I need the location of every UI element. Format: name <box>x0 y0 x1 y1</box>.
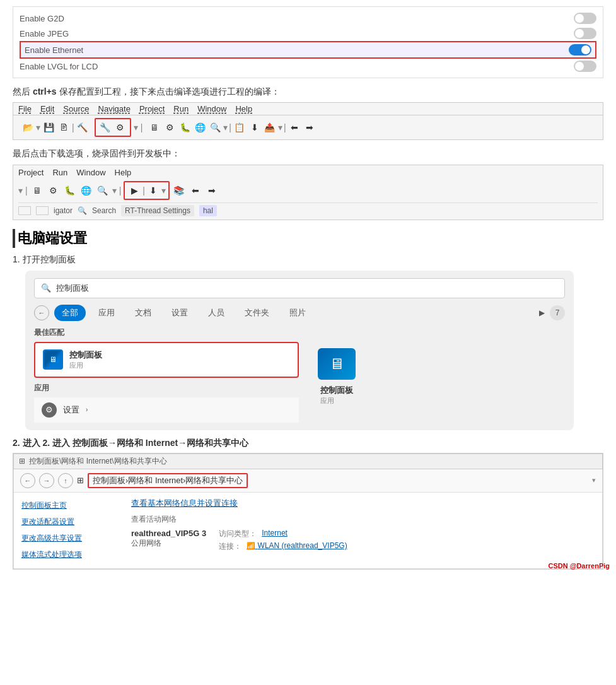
toolbar-icon-hammer[interactable]: 🔨 <box>76 120 90 134</box>
menu2-run[interactable]: Run <box>52 168 67 177</box>
tab-search[interactable]: Search <box>92 206 116 215</box>
toolbar-icon-upload[interactable]: 📤 <box>263 120 277 134</box>
toggle-row-jpeg: Enable JPEG <box>20 26 596 41</box>
menu-project[interactable]: Project <box>139 104 165 114</box>
menu-help[interactable]: Help <box>235 104 252 114</box>
bc-internet[interactable]: 网络和 Internet <box>128 475 183 486</box>
win-right-subtitle: 应用 <box>320 396 353 406</box>
step-2-text: 2. 进入 2. 进入 控制面板→网络和 Internet→网络和共享中心 <box>13 438 248 448</box>
t2-monitor[interactable]: 🖥 <box>30 184 44 197</box>
main-link-network-info[interactable]: 查看基本网络信息并设置连接 <box>131 498 238 508</box>
menu2-window[interactable]: Window <box>76 168 105 177</box>
network-name: realthread_VIP5G 3 <box>131 529 206 538</box>
toolbar-icon-save[interactable]: 💾 <box>42 120 55 134</box>
arrow-more[interactable]: ▶ <box>539 308 545 317</box>
desc-download-text: 最后点击下载选项，烧录固件到开发板中： <box>13 148 180 158</box>
menu2-project[interactable]: Project <box>18 168 44 177</box>
filter-all[interactable]: 全部 <box>54 305 86 321</box>
shortcut-text: ctrl+s <box>33 86 57 97</box>
filter-apps[interactable]: 应用 <box>91 305 122 321</box>
menu2-help[interactable]: Help <box>115 168 132 177</box>
toggle-row-ethernet: Enable Ethernet <box>20 41 596 59</box>
sidebar-link-sharing[interactable]: 更改高级共享设置 <box>21 530 122 546</box>
menu-window[interactable]: Window <box>197 104 226 114</box>
bc-sharing-center[interactable]: 网络和共享中心 <box>185 475 243 486</box>
tab-igator[interactable]: igator <box>54 206 73 215</box>
cp-titlebar: ⊞ 控制面板\网络和 Internet\网络和共享中心 <box>13 454 603 469</box>
t2-stack[interactable]: 📚 <box>172 184 186 197</box>
win-search-bar[interactable]: 🔍 控制面板 <box>34 278 565 298</box>
sidebar-link-adapter[interactable]: 更改适配器设置 <box>21 514 122 529</box>
best-match-label: 最佳匹配 <box>34 327 565 338</box>
nav-forward-btn[interactable]: → <box>39 473 54 488</box>
win-right-cp-icon: 🖥 <box>318 348 356 380</box>
menu-file[interactable]: File <box>18 104 32 114</box>
toolbar-icon-folder[interactable]: 📂 <box>21 120 35 134</box>
network-section: 查看活动网络 realthread_VIP5G 3 公用网络 访问类型： Int… <box>131 514 595 552</box>
connection-label: 连接： <box>219 541 241 552</box>
toggle-g2d[interactable] <box>574 13 596 24</box>
connection-value[interactable]: 📶 WLAN (realthread_VIP5G) <box>247 541 347 552</box>
win-right-title: 控制面板 <box>320 385 353 396</box>
settings-gear-icon: ⚙ <box>42 402 57 418</box>
section-heading-pc: 电脑端设置 <box>13 229 603 248</box>
win-nav-back[interactable]: ← <box>34 305 49 320</box>
toolbar-icon-bug[interactable]: 🐛 <box>178 120 192 134</box>
csdn-watermark: CSDN @DarrenPig <box>548 562 610 570</box>
toggle-ethernet[interactable] <box>569 44 591 56</box>
toolbar-icon-search[interactable]: 🔍 <box>208 120 222 134</box>
t2-bug[interactable]: 🐛 <box>63 184 77 197</box>
toolbar-icon-gear[interactable]: ⚙ <box>163 120 177 134</box>
filter-photos[interactable]: 照片 <box>282 305 313 321</box>
toolbar-icon-build[interactable]: 🔧 <box>98 120 112 134</box>
menu-edit[interactable]: Edit <box>40 104 54 114</box>
toggle-label-jpeg: Enable JPEG <box>20 29 69 38</box>
cp-main-content: 查看基本网络信息并设置连接 查看活动网络 realthread_VIP5G 3 … <box>122 498 595 563</box>
menu-source[interactable]: Source <box>63 104 89 114</box>
access-type-label: 访问类型： <box>219 529 257 539</box>
win-search-text: 控制面板 <box>56 283 89 294</box>
t2-arrow-right[interactable]: ▶ <box>127 184 141 197</box>
menu-run[interactable]: Run <box>173 104 189 114</box>
tab-rt-thread-settings[interactable]: RT-Thread Settings <box>121 205 194 216</box>
filter-people[interactable]: 人员 <box>200 305 232 321</box>
settings-row[interactable]: ⚙ 设置 › <box>34 397 299 423</box>
toolbar-icon-download[interactable]: ⬇ <box>248 120 262 134</box>
tab-hal[interactable]: hal <box>199 205 217 216</box>
nav-up-btn[interactable]: ↑ <box>58 473 73 488</box>
bc-control-panel[interactable]: 控制面板 <box>93 475 125 486</box>
toolbar-icon-forward[interactable]: ➡ <box>303 120 317 134</box>
toolbar-icon-monitor[interactable]: 🖥 <box>148 120 161 134</box>
toolbar-icon-back[interactable]: ⬅ <box>288 120 301 134</box>
toggle-lvgl[interactable] <box>574 61 596 72</box>
titlebar-grid-icon: ⊞ <box>19 457 25 465</box>
t2-globe[interactable]: 🌐 <box>79 184 93 197</box>
desc-download: 最后点击下载选项，烧录固件到开发板中： <box>13 146 603 160</box>
t2-back[interactable]: ⬅ <box>189 184 202 197</box>
t2-gear[interactable]: ⚙ <box>47 184 61 197</box>
filter-settings[interactable]: 设置 <box>164 305 195 321</box>
toggle-jpeg[interactable] <box>574 28 596 39</box>
toolbar-icon-tools[interactable]: ⚙ <box>113 120 127 134</box>
toolbar-icon-terminal[interactable]: 📋 <box>233 120 247 134</box>
desc-text-before: 然后 <box>13 86 33 97</box>
detail-row-access: 访问类型： Internet <box>219 529 347 539</box>
t2-download[interactable]: ⬇ <box>146 184 160 197</box>
settings-label: 设置 <box>63 404 79 416</box>
sidebar-link-home[interactable]: 控制面板主页 <box>21 498 122 513</box>
win-nav-row: ← → ↑ ⊞ 控制面板 › 网络和 Internet › 网络和共享中心 ▾ <box>13 469 603 493</box>
nav-dropdown[interactable]: ▾ <box>592 476 596 484</box>
filter-folders[interactable]: 文件夹 <box>237 305 277 321</box>
ide-menubar-2: Project Run Window Help <box>18 167 598 179</box>
t2-search[interactable]: 🔍 <box>96 184 110 197</box>
menu-navigate[interactable]: Navigate <box>98 104 131 114</box>
nav-back-btn[interactable]: ← <box>20 473 35 488</box>
t2-forward[interactable]: ➡ <box>205 184 219 197</box>
search-icon-small: 🔍 <box>78 206 87 215</box>
sidebar-link-media[interactable]: 媒体流式处理选项 <box>21 547 122 562</box>
toolbar-icon-save-all[interactable]: 🖹 <box>57 120 71 134</box>
toolbar-icon-globe[interactable]: 🌐 <box>193 120 207 134</box>
win-result-control-panel[interactable]: 🖥 控制面板 应用 <box>34 342 299 378</box>
filter-docs[interactable]: 文档 <box>127 305 159 321</box>
access-type-value[interactable]: Internet <box>262 529 288 539</box>
